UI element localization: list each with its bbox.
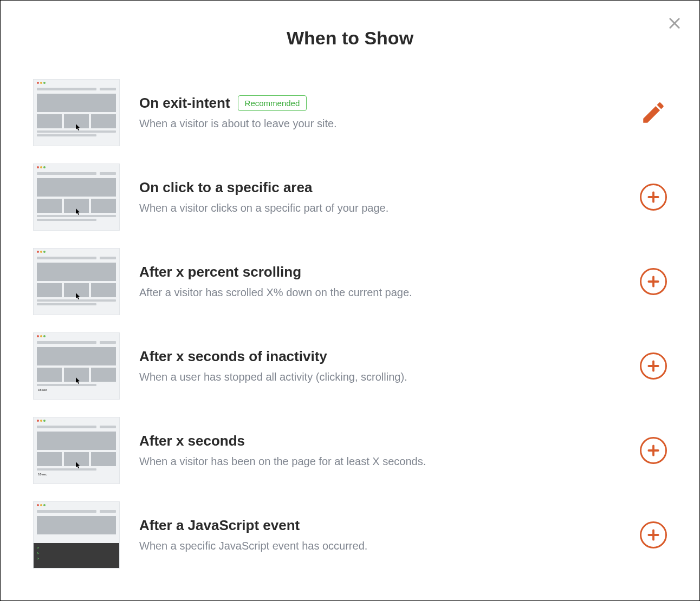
cursor-icon xyxy=(76,377,81,384)
modal-title: When to Show xyxy=(1,1,699,70)
cursor-icon xyxy=(76,124,81,130)
add-rule-button[interactable] xyxy=(640,437,667,464)
plus-icon xyxy=(646,528,660,542)
rule-thumbnail xyxy=(33,79,120,146)
rule-title: After x seconds xyxy=(139,433,245,449)
rule-title: On click to a specific area xyxy=(139,179,312,196)
rule-row-js-event: > > > After a JavaScript event When a sp… xyxy=(33,493,667,577)
add-rule-button[interactable] xyxy=(640,352,667,380)
edit-rule-button[interactable] xyxy=(640,99,667,126)
rule-body: After x seconds When a visitor has been … xyxy=(139,433,620,469)
rule-description: When a specific JavaScript event has occ… xyxy=(139,538,620,553)
cursor-icon xyxy=(76,208,81,215)
rule-description: After a visitor has scrolled X% down on … xyxy=(139,285,620,300)
add-rule-button[interactable] xyxy=(640,521,667,548)
rule-thumbnail: > > > xyxy=(33,501,120,569)
rule-thumbnail xyxy=(33,164,120,231)
rule-body: On exit-intent Recommended When a visito… xyxy=(139,95,620,131)
plus-icon xyxy=(646,190,660,204)
rule-title: After x seconds of inactivity xyxy=(139,348,327,365)
rule-description: When a user has stopped all activity (cl… xyxy=(139,369,620,384)
rule-row-seconds: 10sec After x seconds When a visitor has… xyxy=(33,408,667,493)
rules-list: On exit-intent Recommended When a visito… xyxy=(1,70,699,577)
console-preview: > > > xyxy=(34,543,119,568)
rule-body: On click to a specific area When a visit… xyxy=(139,179,620,215)
rule-row-percent-scroll: After x percent scrolling After a visito… xyxy=(33,239,667,324)
rule-description: When a visitor is about to leave your si… xyxy=(139,116,620,131)
plus-icon xyxy=(646,443,660,458)
close-icon xyxy=(667,16,682,31)
rule-thumbnail: 15sec xyxy=(33,332,120,400)
rule-title: After x percent scrolling xyxy=(139,264,301,280)
add-rule-button[interactable] xyxy=(640,184,667,211)
cursor-icon xyxy=(76,462,81,468)
rule-row-exit-intent: On exit-intent Recommended When a visito… xyxy=(33,70,667,155)
add-rule-button[interactable] xyxy=(640,268,667,295)
rule-row-inactivity: 15sec After x seconds of inactivity When… xyxy=(33,324,667,408)
rule-thumbnail xyxy=(33,248,120,315)
thumb-label: 10sec xyxy=(38,473,47,476)
rule-body: After x seconds of inactivity When a use… xyxy=(139,348,620,384)
rule-thumbnail: 10sec xyxy=(33,417,120,484)
rule-body: After x percent scrolling After a visito… xyxy=(139,264,620,300)
plus-icon xyxy=(646,275,660,289)
pencil-icon xyxy=(640,99,667,126)
recommended-badge: Recommended xyxy=(238,95,307,111)
thumb-label: 15sec xyxy=(38,388,47,391)
rule-row-click-area: On click to a specific area When a visit… xyxy=(33,155,667,239)
rule-description: When a visitor has been on the page for … xyxy=(139,454,620,469)
cursor-icon xyxy=(76,293,81,299)
close-button[interactable] xyxy=(667,16,682,33)
rule-body: After a JavaScript event When a specific… xyxy=(139,517,620,553)
plus-icon xyxy=(646,359,660,373)
rule-title: After a JavaScript event xyxy=(139,517,300,534)
rule-description: When a visitor clicks on a specific part… xyxy=(139,200,620,215)
rule-title: On exit-intent xyxy=(139,95,230,112)
